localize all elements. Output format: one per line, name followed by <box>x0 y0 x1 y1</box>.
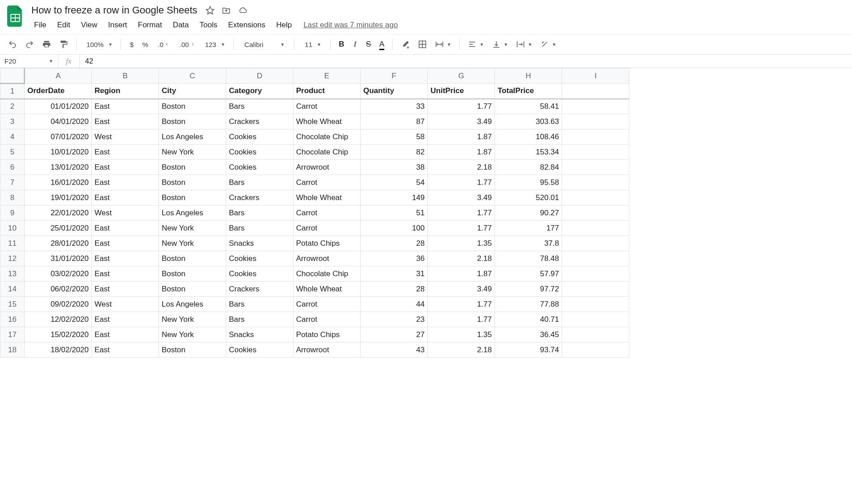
cell[interactable]: Category <box>226 84 293 99</box>
last-edit-link[interactable]: Last edit was 7 minutes ago <box>303 21 398 30</box>
cell[interactable]: Crackers <box>226 190 293 205</box>
row-header[interactable]: 4 <box>0 129 25 145</box>
menu-data[interactable]: Data <box>168 18 194 32</box>
cell[interactable]: 01/01/2020 <box>25 99 92 114</box>
cell[interactable]: Potato Chips <box>293 327 361 342</box>
italic-button[interactable]: I <box>349 38 360 51</box>
cell[interactable]: 57.97 <box>495 266 562 282</box>
cell[interactable]: 38 <box>361 160 428 175</box>
cell[interactable]: 22/01/2020 <box>25 205 92 221</box>
row-header[interactable]: 8 <box>0 190 25 205</box>
cell[interactable]: Carrot <box>293 297 361 312</box>
cell[interactable]: 58.41 <box>495 99 562 114</box>
cell[interactable]: East <box>92 190 159 205</box>
column-header-C[interactable]: C <box>159 68 226 84</box>
cell[interactable]: New York <box>159 312 226 327</box>
row-header[interactable]: 15 <box>0 297 25 312</box>
cell[interactable]: 100 <box>361 221 428 236</box>
row-header[interactable]: 6 <box>0 160 25 175</box>
cell[interactable]: 36.45 <box>495 327 562 342</box>
cell[interactable] <box>562 84 629 99</box>
cell[interactable]: 153.34 <box>495 145 562 160</box>
cell[interactable]: 54 <box>361 175 428 190</box>
cell[interactable]: 03/02/2020 <box>25 266 92 282</box>
cell[interactable]: UnitPrice <box>428 84 495 99</box>
cell[interactable]: East <box>92 175 159 190</box>
row-header[interactable]: 2 <box>0 99 25 114</box>
cell[interactable]: 37.8 <box>495 236 562 251</box>
column-header-H[interactable]: H <box>495 68 562 84</box>
cell[interactable]: East <box>92 236 159 251</box>
cell[interactable]: Bars <box>226 205 293 221</box>
cell[interactable]: New York <box>159 236 226 251</box>
column-header-B[interactable]: B <box>92 68 159 84</box>
cell[interactable]: 108.46 <box>495 129 562 145</box>
cell[interactable]: Bars <box>226 312 293 327</box>
cell[interactable]: Whole Wheat <box>293 190 361 205</box>
cell[interactable]: 93.74 <box>495 342 562 358</box>
row-header[interactable]: 16 <box>0 312 25 327</box>
cell[interactable]: New York <box>159 221 226 236</box>
cell[interactable]: Whole Wheat <box>293 114 361 129</box>
menu-extensions[interactable]: Extensions <box>224 18 270 32</box>
cell[interactable]: East <box>92 251 159 266</box>
cell[interactable]: 28 <box>361 236 428 251</box>
row-header[interactable]: 12 <box>0 251 25 266</box>
cell[interactable]: Cookies <box>226 342 293 358</box>
cell[interactable]: East <box>92 145 159 160</box>
cell[interactable]: 10/01/2020 <box>25 145 92 160</box>
star-icon[interactable] <box>206 6 215 15</box>
cell[interactable] <box>562 129 629 145</box>
cell[interactable]: Los Angeles <box>159 129 226 145</box>
cell[interactable]: 33 <box>361 99 428 114</box>
vertical-align-button[interactable]: ▼ <box>489 38 511 51</box>
row-header[interactable]: 18 <box>0 342 25 358</box>
column-header-D[interactable]: D <box>226 68 293 84</box>
cell[interactable]: 2.18 <box>428 160 495 175</box>
spreadsheet-grid[interactable]: ABCDEFGHI 1OrderDateRegionCityCategoryPr… <box>0 68 852 487</box>
row-header[interactable]: 7 <box>0 175 25 190</box>
column-header-F[interactable]: F <box>361 68 428 84</box>
cell[interactable]: 36 <box>361 251 428 266</box>
menu-tools[interactable]: Tools <box>195 18 222 32</box>
cell[interactable]: New York <box>159 145 226 160</box>
text-color-button[interactable]: A <box>376 38 387 51</box>
cell[interactable] <box>562 99 629 114</box>
cell[interactable] <box>562 327 629 342</box>
cell[interactable]: Bars <box>226 221 293 236</box>
percent-format-button[interactable]: % <box>140 38 151 51</box>
merge-cells-button[interactable]: ▼ <box>432 38 454 51</box>
cell[interactable]: 18/02/2020 <box>25 342 92 358</box>
cell[interactable]: 3.49 <box>428 190 495 205</box>
print-icon[interactable] <box>39 38 54 51</box>
cell[interactable]: Carrot <box>293 221 361 236</box>
cell[interactable]: Bars <box>226 99 293 114</box>
cell[interactable]: 1.87 <box>428 145 495 160</box>
cell[interactable]: TotalPrice <box>495 84 562 99</box>
redo-icon[interactable] <box>22 38 37 51</box>
cell[interactable]: Cookies <box>226 160 293 175</box>
cell[interactable]: New York <box>159 327 226 342</box>
cell[interactable] <box>562 160 629 175</box>
cell[interactable]: 19/01/2020 <box>25 190 92 205</box>
cell[interactable] <box>562 205 629 221</box>
cell[interactable]: 95.58 <box>495 175 562 190</box>
cell[interactable]: Carrot <box>293 99 361 114</box>
cell[interactable]: 25/01/2020 <box>25 221 92 236</box>
cell[interactable]: East <box>92 342 159 358</box>
cell[interactable] <box>562 175 629 190</box>
paint-format-icon[interactable] <box>56 38 71 51</box>
cell[interactable]: 27 <box>361 327 428 342</box>
cell[interactable]: 58 <box>361 129 428 145</box>
column-header-A[interactable]: A <box>25 68 92 84</box>
cell[interactable]: West <box>92 297 159 312</box>
cell[interactable]: 520.01 <box>495 190 562 205</box>
cell[interactable]: East <box>92 99 159 114</box>
cloud-status-icon[interactable] <box>238 6 248 15</box>
borders-button[interactable] <box>415 38 430 51</box>
cell[interactable]: 09/02/2020 <box>25 297 92 312</box>
cell[interactable]: 2.18 <box>428 251 495 266</box>
row-header[interactable]: 1 <box>0 84 25 99</box>
row-header[interactable]: 11 <box>0 236 25 251</box>
menu-help[interactable]: Help <box>271 18 296 32</box>
